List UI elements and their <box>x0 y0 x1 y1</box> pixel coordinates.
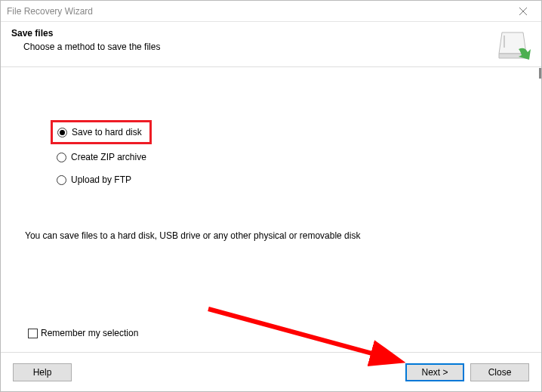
radio-icon <box>57 153 66 162</box>
help-button[interactable]: Help <box>13 363 72 381</box>
page-subtitle: Choose a method to save the files <box>23 42 531 52</box>
option-create-zip[interactable]: Create ZIP archive <box>57 152 517 162</box>
next-button[interactable]: Next > <box>405 363 464 381</box>
checkbox-icon <box>28 329 38 338</box>
svg-rect-2 <box>504 35 505 48</box>
wizard-header: Save files Choose a method to save the f… <box>1 22 541 67</box>
radio-icon <box>57 128 67 137</box>
option-label: Create ZIP archive <box>71 152 146 162</box>
save-method-options: Save to hard disk Create ZIP archive Upl… <box>57 120 517 185</box>
wizard-content: Save to hard disk Create ZIP archive Upl… <box>1 67 541 343</box>
window-title: File Recovery Wizard <box>7 6 93 17</box>
disk-save-icon <box>497 31 531 63</box>
close-icon[interactable] <box>508 1 538 22</box>
option-save-hard-disk[interactable]: Save to hard disk <box>51 120 152 144</box>
option-label: Save to hard disk <box>72 127 142 137</box>
option-label: Upload by FTP <box>71 174 131 185</box>
page-title: Save files <box>11 28 531 39</box>
close-button[interactable]: Close <box>470 363 529 381</box>
option-description: You can save files to a hard disk, USB d… <box>25 230 517 241</box>
titlebar: File Recovery Wizard <box>1 1 541 22</box>
remember-selection[interactable]: Remember my selection <box>28 328 138 338</box>
wizard-footer: Help Next > Close <box>1 352 541 391</box>
remember-label: Remember my selection <box>41 328 138 338</box>
radio-icon <box>57 175 66 185</box>
option-upload-ftp[interactable]: Upload by FTP <box>57 174 517 185</box>
